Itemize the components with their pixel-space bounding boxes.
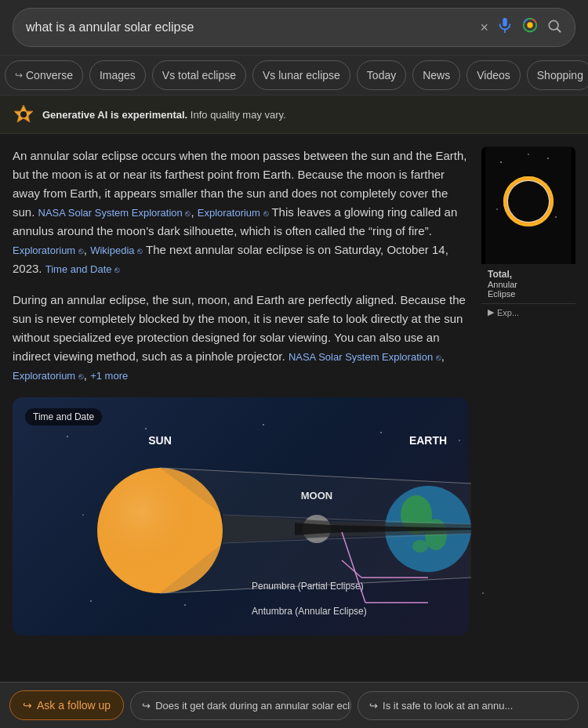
side-panel-eclipse-image <box>485 147 572 264</box>
tab-news-label: News <box>423 69 450 81</box>
search-icons: × <box>480 16 562 38</box>
side-panel-bottom-label: Exp... <box>497 308 519 317</box>
source-exploratorium-3[interactable]: Exploratorium ⎋ <box>13 370 84 382</box>
content-area: An annular solar eclipse occurs when the… <box>0 134 588 648</box>
svg-point-14 <box>184 604 186 606</box>
mic-icon[interactable] <box>496 16 514 38</box>
suggestion-2-pill[interactable]: ↪ Is it safe to look at an annu... <box>358 691 579 720</box>
tab-vs-total[interactable]: Vs total eclipse <box>152 60 246 90</box>
paragraph-2: During an annular eclipse, the sun, moon… <box>13 291 469 385</box>
suggestion-2-text: Is it safe to look at an annu... <box>383 700 513 712</box>
svg-point-8 <box>67 436 68 437</box>
tabs-container: ↪ Converse Images Vs total eclipse Vs lu… <box>0 56 588 96</box>
search-bar-container: what is a annular solar eclipse × <box>0 0 588 56</box>
svg-point-43 <box>547 158 549 159</box>
tab-news[interactable]: News <box>412 60 460 90</box>
tab-images-label: Images <box>100 69 136 81</box>
svg-point-48 <box>508 181 549 222</box>
side-panel-subtitle: Annular <box>488 280 569 289</box>
search-submit-icon[interactable] <box>546 18 562 38</box>
diagram-source-label: Time and Date <box>25 408 102 426</box>
followup-arrow-icon: ↪ <box>23 699 32 712</box>
bottom-bar: ↪ Ask a follow up ↪ Does it get dark dur… <box>0 682 588 728</box>
suggestion-1-arrow-icon: ↪ <box>142 700 151 712</box>
paragraph-1: An annular solar eclipse occurs when the… <box>13 147 469 278</box>
svg-rect-0 <box>503 18 507 27</box>
ext-link-icon-3: ⎋ <box>78 246 84 255</box>
svg-point-15 <box>482 592 484 594</box>
side-panel-bottom: ▶ Exp... <box>481 303 575 319</box>
tab-vs-lunar[interactable]: Vs lunar eclipse <box>252 60 350 90</box>
tab-vs-lunar-label: Vs lunar eclipse <box>263 69 340 81</box>
svg-point-10 <box>263 424 264 426</box>
tab-images[interactable]: Images <box>89 60 146 90</box>
svg-text:Antumbra (Annular Eclipse): Antumbra (Annular Eclipse) <box>252 606 367 617</box>
source-wikipedia[interactable]: Wikipedia ⎋ <box>90 244 143 256</box>
svg-line-5 <box>557 28 561 31</box>
source-exploratorium-1[interactable]: Exploratorium ⎋ <box>198 207 269 219</box>
ai-banner: Generative AI is experimental. Info qual… <box>0 96 588 134</box>
ext-link-icon-5: ⎋ <box>114 265 120 274</box>
side-panel-title: Total, <box>488 269 569 280</box>
tab-videos[interactable]: Videos <box>466 60 521 90</box>
source-nasa-1[interactable]: NASA Solar System Exploration ⎋ <box>38 207 191 219</box>
side-panel-text: Total, Annular Eclipse <box>481 264 575 303</box>
ai-logo-icon <box>13 103 34 125</box>
tab-shopping[interactable]: Shopping <box>527 60 588 90</box>
svg-point-11 <box>380 432 382 433</box>
side-panel-subtitle2: Eclipse <box>488 289 569 299</box>
side-panel: Total, Annular Eclipse ▶ Exp... <box>481 147 575 319</box>
search-query-text: what is a annular solar eclipse <box>26 20 474 34</box>
tab-vs-total-label: Vs total eclipse <box>162 69 236 81</box>
suggestion-1-pill[interactable]: ↪ Does it get dark during an annular sol… <box>130 691 351 720</box>
svg-text:Penumbra (Partial Eclipse): Penumbra (Partial Eclipse) <box>252 581 364 592</box>
source-time-and-date-1[interactable]: Time and Date ⎋ <box>45 263 120 275</box>
tab-today[interactable]: Today <box>357 60 406 90</box>
svg-point-42 <box>500 161 502 163</box>
suggestion-1-text: Does it get dark during an annular solar… <box>155 700 351 712</box>
tab-shopping-label: Shopping <box>537 69 583 81</box>
side-panel-image <box>481 147 575 264</box>
clear-icon[interactable]: × <box>480 20 488 36</box>
main-text-area: An annular solar eclipse occurs when the… <box>13 147 469 648</box>
tab-today-label: Today <box>367 69 396 81</box>
svg-point-16 <box>82 514 84 516</box>
svg-point-9 <box>145 428 147 429</box>
svg-point-46 <box>528 154 529 155</box>
tab-videos-label: Videos <box>477 69 510 81</box>
ask-followup-label: Ask a follow up <box>37 699 111 712</box>
ext-link-icon-1: ⎋ <box>185 208 191 218</box>
svg-point-44 <box>496 208 498 210</box>
eclipse-diagram: Time and Date SUN <box>13 397 469 636</box>
suggestion-2-arrow-icon: ↪ <box>369 700 378 712</box>
ext-link-icon-4: ⎋ <box>137 246 143 255</box>
svg-text:EARTH: EARTH <box>409 434 447 447</box>
tab-converse-label: Converse <box>26 69 73 81</box>
source-more[interactable]: +1 more <box>90 370 128 382</box>
search-bar: what is a annular solar eclipse × <box>13 8 575 47</box>
eclipse-diagram-svg: SUN MOON EARTH <box>28 413 514 617</box>
svg-point-12 <box>459 440 460 441</box>
ext-link-icon-6: ⎋ <box>436 353 441 362</box>
source-nasa-2[interactable]: NASA Solar System Exploration ⎋ <box>289 351 441 363</box>
svg-point-13 <box>90 600 92 602</box>
svg-point-45 <box>555 216 557 218</box>
tab-converse[interactable]: ↪ Converse <box>5 60 83 90</box>
svg-point-3 <box>527 22 532 27</box>
ext-link-icon-7: ⎋ <box>78 371 84 381</box>
ask-followup-button[interactable]: ↪ Ask a follow up <box>9 690 124 720</box>
svg-point-7 <box>20 111 27 118</box>
lens-icon[interactable] <box>521 16 539 38</box>
svg-text:SUN: SUN <box>148 434 172 447</box>
source-exploratorium-2[interactable]: Exploratorium ⎋ <box>13 244 84 256</box>
play-icon: ▶ <box>488 307 494 317</box>
converse-arrow-icon: ↪ <box>15 70 23 81</box>
ai-banner-text: Generative AI is experimental. Info qual… <box>42 109 286 121</box>
ext-link-icon-2: ⎋ <box>263 208 269 218</box>
